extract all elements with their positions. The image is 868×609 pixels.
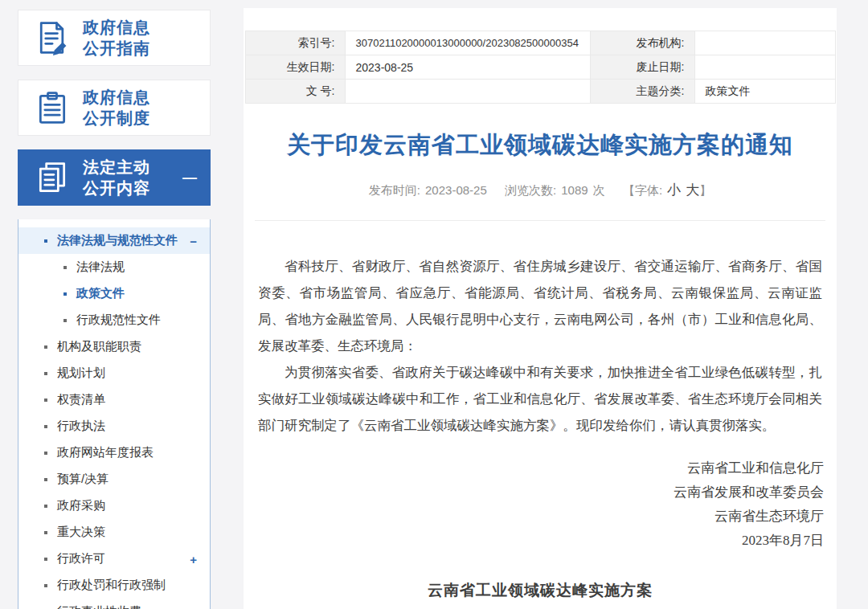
- label-line: 公开内容: [83, 179, 150, 197]
- bullet-icon: [44, 372, 47, 375]
- publish-time-label: 发布时间:: [369, 183, 420, 197]
- font-larger-button[interactable]: 大: [686, 182, 699, 198]
- publish-time-value: 2023-08-25: [425, 183, 487, 197]
- index-number-value: 3070211020000013000000/2023082500000354: [345, 31, 590, 55]
- label-line: 法定主动: [83, 158, 150, 176]
- bullet-icon: [44, 239, 47, 243]
- documents-icon: [33, 158, 72, 197]
- sidebar-menu: 法律法规与规范性文件 − 法律法规 政策文件 行政规范性文件 机构及职能职责 规…: [18, 219, 211, 609]
- topic-category-value: 政策文件: [694, 80, 835, 104]
- collapse-icon[interactable]: —: [182, 170, 197, 186]
- article-meta: 发布时间:2023-08-25 浏览次数:1089次 【字体:小大】: [244, 181, 837, 199]
- sidebar-item-label: 政府信息 公开制度: [83, 87, 150, 129]
- index-number-label: 索引号:: [245, 31, 345, 55]
- repeal-date-label: 废止日期:: [590, 55, 694, 80]
- menu-label: 机构及职能职责: [57, 339, 141, 354]
- menu-label: 权责清单: [57, 392, 105, 407]
- bullet-icon: [44, 531, 47, 534]
- menu-label: 法律法规: [76, 260, 125, 275]
- bullet-icon: [63, 319, 67, 322]
- sidebar-item-budget[interactable]: 预算/决算: [18, 466, 210, 493]
- sidebar-item-major-decisions[interactable]: 重大决策: [18, 519, 210, 546]
- bullet-icon: [44, 452, 47, 455]
- bullet-icon: [44, 558, 47, 561]
- menu-label: 法律法规与规范性文件: [57, 233, 178, 248]
- topic-category-label: 主题分类:: [590, 80, 694, 104]
- sidebar-item-website-annual-report[interactable]: 政府网站年度报表: [18, 439, 210, 466]
- content-panel: 索引号: 3070211020000013000000/202308250000…: [244, 8, 837, 609]
- sidebar-item-laws-and-normative-docs[interactable]: 法律法规与规范性文件 −: [18, 227, 210, 254]
- views-label: 浏览次数:: [505, 183, 556, 197]
- bullet-icon: [44, 399, 47, 402]
- bullet-icon: [44, 505, 47, 508]
- attachment-title: 云南省工业领域碳达峰实施方案: [244, 580, 837, 601]
- sidebar-item-admin-fees[interactable]: 行政事业性收费: [18, 599, 210, 609]
- bullet-icon: [63, 266, 67, 269]
- bullet-icon: [44, 478, 47, 481]
- label-line: 政府信息: [83, 18, 150, 36]
- effective-date-label: 生效日期:: [245, 55, 345, 80]
- sidebar-item-planning[interactable]: 规划计划: [18, 360, 210, 386]
- sidebar-item-label: 法定主动 公开内容: [83, 157, 150, 198]
- publish-agency-label: 发布机构:: [590, 31, 694, 55]
- menu-label: 行政许可: [57, 551, 105, 566]
- clipboard-icon: [33, 88, 72, 127]
- signature-block: 云南省工业和信息化厅 云南省发展和改革委员会 云南省生态环境厅 2023年8月7…: [244, 456, 837, 553]
- menu-label: 行政执法: [57, 419, 105, 434]
- menu-label: 政府采购: [57, 498, 105, 513]
- document-pen-icon: [33, 18, 72, 57]
- font-size-label-close: 】: [699, 183, 711, 197]
- expand-icon[interactable]: +: [190, 552, 197, 566]
- views-count: 1089: [561, 183, 588, 197]
- effective-date-value: 2023-08-25: [345, 55, 590, 80]
- label-line: 政府信息: [83, 88, 150, 106]
- doc-info-table: 索引号: 3070211020000013000000/202308250000…: [245, 31, 836, 104]
- sidebar-item-policy-files[interactable]: 政策文件: [18, 280, 210, 307]
- sidebar-item-laws[interactable]: 法律法规: [18, 254, 210, 280]
- menu-label: 预算/决算: [57, 472, 108, 487]
- menu-label: 重大决策: [57, 525, 105, 540]
- sidebar-item-admin-penalty[interactable]: 行政处罚和行政强制: [18, 572, 210, 599]
- sidebar-item-org-duties[interactable]: 机构及职能职责: [18, 333, 210, 360]
- menu-label: 政策文件: [76, 286, 125, 301]
- sidebar-item-admin-enforcement[interactable]: 行政执法: [18, 413, 210, 439]
- paragraph: 为贯彻落实省委、省政府关于碳达峰碳中和有关要求，加快推进全省工业绿色低碳转型，扎…: [258, 359, 822, 439]
- page-title: 关于印发云南省工业领域碳达峰实施方案的通知: [244, 129, 837, 161]
- table-row: 索引号: 3070211020000013000000/202308250000…: [245, 31, 835, 55]
- sidebar-item-admin-licensing[interactable]: 行政许可 +: [18, 546, 210, 572]
- sidebar-item-statutory-disclosure[interactable]: 法定主动 公开内容 —: [18, 149, 211, 206]
- sidebar-item-admin-normative-docs[interactable]: 行政规范性文件: [18, 307, 210, 333]
- repeal-date-value: [694, 55, 835, 80]
- collapse-icon[interactable]: −: [190, 234, 197, 247]
- font-size-label: 【字体:: [623, 183, 662, 197]
- menu-label: 行政处罚和行政强制: [57, 578, 166, 593]
- article-body: 省科技厅、省财政厅、省自然资源厅、省住房城乡建设厅、省交通运输厅、省商务厅、省国…: [244, 253, 837, 439]
- signature-date: 2023年8月7日: [244, 529, 824, 553]
- table-row: 生效日期: 2023-08-25 废止日期:: [245, 55, 835, 80]
- signature-agency: 云南省发展和改革委员会: [244, 480, 824, 505]
- sidebar-item-gov-procurement[interactable]: 政府采购: [18, 493, 210, 519]
- paragraph: 省科技厅、省财政厅、省自然资源厅、省住房城乡建设厅、省交通运输厅、省商务厅、省国…: [258, 253, 822, 359]
- label-line: 公开制度: [83, 109, 150, 127]
- menu-label: 政府网站年度报表: [57, 445, 154, 460]
- menu-label: 规划计划: [57, 366, 105, 381]
- publish-agency-value: [694, 31, 835, 55]
- font-smaller-button[interactable]: 小: [667, 182, 681, 198]
- doc-number-value: [345, 80, 590, 104]
- sidebar-item-gov-info-system[interactable]: 政府信息 公开制度: [18, 80, 211, 136]
- menu-label: 行政规范性文件: [76, 313, 161, 328]
- signature-agency: 云南省工业和信息化厅: [244, 456, 824, 480]
- menu-label: 行政事业性收费: [57, 604, 141, 609]
- label-line: 公开指南: [83, 39, 150, 57]
- sidebar-item-gov-info-guide[interactable]: 政府信息 公开指南: [18, 10, 211, 66]
- bullet-icon: [44, 425, 47, 428]
- bullet-icon: [44, 584, 47, 587]
- doc-number-label: 文 号:: [245, 80, 345, 104]
- views-unit: 次: [593, 183, 605, 197]
- bullet-icon: [63, 292, 67, 296]
- divider: [255, 220, 825, 221]
- table-row: 文 号: 主题分类: 政策文件: [245, 80, 835, 104]
- sidebar-item-power-responsibility-list[interactable]: 权责清单: [18, 386, 210, 413]
- sidebar: 政府信息 公开指南 政府信息 公开制度: [18, 10, 211, 609]
- bullet-icon: [44, 345, 47, 349]
